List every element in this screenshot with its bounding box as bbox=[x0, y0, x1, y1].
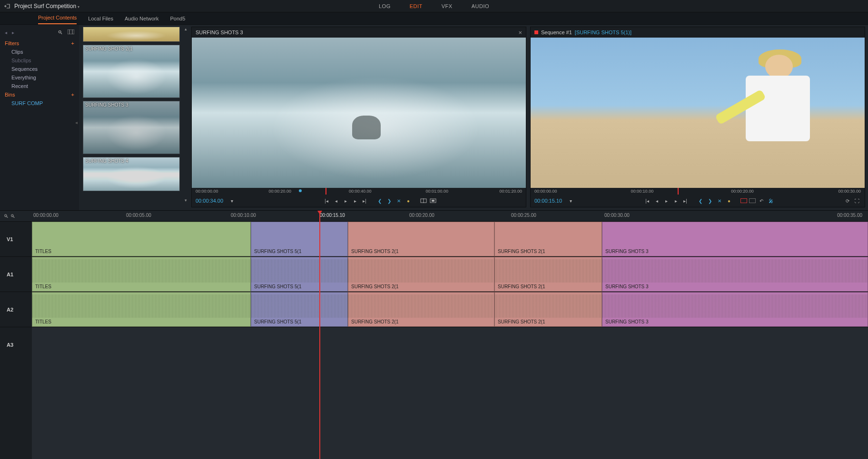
filter-everything[interactable]: Everything bbox=[0, 73, 79, 82]
tab-local-files[interactable]: Local Files bbox=[88, 16, 113, 24]
thumbnail-scrollbar[interactable]: ▴ ▾ bbox=[183, 27, 188, 203]
track-a2: TITLES SURFING SHOTS 5(1 SURFING SHOTS 2… bbox=[32, 292, 868, 327]
filter-recent[interactable]: Recent bbox=[0, 82, 79, 90]
mark-out-icon[interactable]: ❯ bbox=[706, 197, 714, 205]
track-a1: TITLES SURFING SHOTS 5(1 SURFING SHOTS 2… bbox=[32, 256, 868, 292]
clip[interactable]: SURFING SHOTS 3 bbox=[602, 222, 868, 256]
close-icon[interactable]: × bbox=[518, 29, 522, 36]
arrow-left-icon[interactable]: ◂ bbox=[5, 30, 7, 35]
bin-surf-comp[interactable]: SURF COMP bbox=[0, 99, 79, 107]
clip[interactable]: SURFING SHOTS 2(1 bbox=[494, 292, 602, 327]
goto-end-icon[interactable]: ▸| bbox=[361, 197, 368, 205]
tab-pond5[interactable]: Pond5 bbox=[170, 16, 185, 24]
audio-icon[interactable]: 🎤︎ bbox=[767, 197, 775, 205]
track-label-a2[interactable]: A2 bbox=[0, 292, 32, 327]
clip-thumbnail[interactable]: SURFING SHOTS 4 bbox=[83, 157, 180, 191]
source-viewer-canvas[interactable] bbox=[192, 38, 526, 188]
track-label-a1[interactable]: A1 bbox=[0, 256, 32, 292]
filter-subclips[interactable]: Subclips bbox=[0, 56, 79, 65]
play-icon[interactable]: ▸ bbox=[662, 197, 670, 205]
clip[interactable]: SURFING SHOTS 2(1 bbox=[494, 222, 602, 256]
tab-vfx[interactable]: VFX bbox=[442, 3, 453, 9]
mark-out-icon[interactable]: ❯ bbox=[385, 197, 393, 205]
tab-edit[interactable]: EDIT bbox=[410, 3, 423, 9]
timeline-ruler[interactable]: 🔍︎ 🔍︎ 00:00:00.00 00:00:05.00 00:00:10.0… bbox=[0, 211, 868, 221]
filter-sequences[interactable]: Sequences bbox=[0, 65, 79, 73]
source-timecode[interactable]: 00:00:34.00 bbox=[196, 198, 224, 204]
scroll-up-icon[interactable]: ▴ bbox=[185, 27, 187, 31]
zoom-out-icon[interactable]: 🔍︎ bbox=[4, 214, 9, 219]
tab-project-contents[interactable]: Project Contents bbox=[38, 15, 77, 24]
chevron-down-icon[interactable]: ▾ bbox=[228, 197, 236, 205]
loop-icon[interactable]: ⟳ bbox=[844, 197, 851, 205]
view-mode-icon[interactable] bbox=[68, 29, 74, 35]
clip[interactable]: SURFING SHOTS 2(1 bbox=[348, 222, 494, 256]
record-playhead-marker[interactable] bbox=[678, 188, 679, 195]
delete-icon[interactable] bbox=[740, 198, 747, 203]
track-label-a3[interactable]: A3 bbox=[0, 327, 32, 362]
clip[interactable]: TITLES bbox=[32, 292, 251, 327]
add-bin-icon[interactable]: + bbox=[71, 92, 74, 98]
clip-thumbnail[interactable] bbox=[83, 27, 180, 42]
goto-end-icon[interactable]: ▸| bbox=[681, 197, 689, 205]
clip[interactable]: SURFING SHOTS 3 bbox=[602, 292, 868, 327]
goto-start-icon[interactable]: |◂ bbox=[643, 197, 651, 205]
clip[interactable]: TITLES bbox=[32, 222, 251, 256]
sequence-name[interactable]: Sequence #1 bbox=[541, 29, 572, 35]
clip[interactable]: SURFING SHOTS 2(1 bbox=[494, 257, 602, 292]
play-icon[interactable]: ▸ bbox=[342, 197, 349, 205]
add-filter-icon[interactable]: + bbox=[71, 40, 74, 46]
import-icon[interactable] bbox=[4, 3, 10, 10]
filters-label: Filters bbox=[5, 40, 19, 46]
source-viewer-header: SURFING SHOTS 3 × bbox=[192, 27, 526, 38]
arrow-right-icon[interactable]: ▸ bbox=[12, 30, 14, 35]
search-icon[interactable]: 🔍︎ bbox=[58, 29, 63, 35]
clip[interactable]: SURFING SHOTS 3 bbox=[602, 257, 868, 292]
fullscreen-icon[interactable]: ⛶ bbox=[853, 197, 861, 205]
svg-rect-0 bbox=[68, 29, 74, 34]
overwrite-icon[interactable] bbox=[429, 197, 437, 205]
chevron-down-icon[interactable]: ▾ bbox=[567, 197, 574, 205]
add-marker-icon[interactable]: ● bbox=[725, 197, 733, 205]
waveform bbox=[32, 259, 250, 283]
ruler-tick: 00:00:00.00 bbox=[196, 189, 218, 194]
track-label-v1[interactable]: V1 bbox=[0, 221, 32, 256]
clip[interactable]: SURFING SHOTS 2(1 bbox=[348, 292, 494, 327]
clip-thumbnail[interactable]: SURFING SHOTS 2(1 bbox=[83, 45, 180, 98]
clip[interactable]: SURFING SHOTS 2(1 bbox=[348, 257, 494, 292]
project-title-dropdown[interactable]: Project Surf Competition▾ bbox=[14, 3, 79, 10]
lift-icon[interactable] bbox=[749, 198, 756, 203]
clear-marks-icon[interactable]: ✕ bbox=[716, 197, 723, 205]
source-playhead-marker[interactable] bbox=[326, 188, 326, 195]
source-viewer-ruler[interactable]: 00:00:00.00 00:00:20.00 00:00:40.00 00:0… bbox=[192, 188, 526, 195]
step-back-icon[interactable]: ◂ bbox=[653, 197, 661, 205]
step-forward-icon[interactable]: ▸ bbox=[672, 197, 680, 205]
goto-start-icon[interactable]: |◂ bbox=[323, 197, 330, 205]
timeline-playhead[interactable] bbox=[319, 211, 320, 459]
clip[interactable]: SURFING SHOTS 5(1 bbox=[251, 292, 348, 327]
filter-clips[interactable]: Clips bbox=[0, 48, 79, 56]
insert-icon[interactable] bbox=[420, 197, 427, 205]
tab-log[interactable]: LOG bbox=[379, 3, 391, 9]
scroll-down-icon[interactable]: ▾ bbox=[185, 198, 187, 203]
mark-in-icon[interactable]: ❮ bbox=[376, 197, 384, 205]
clip[interactable]: SURFING SHOTS 5(1 bbox=[251, 222, 348, 256]
step-forward-icon[interactable]: ▸ bbox=[351, 197, 359, 205]
zoom-in-icon[interactable]: 🔍︎ bbox=[10, 214, 15, 219]
tab-audio-network[interactable]: Audio Network bbox=[125, 16, 159, 24]
clip-thumbnail[interactable]: SURFING SHOTS 3 bbox=[83, 101, 180, 154]
track-labels: V1 A1 A2 A3 bbox=[0, 221, 32, 459]
undo-icon[interactable]: ↶ bbox=[758, 197, 765, 205]
add-marker-icon[interactable]: ● bbox=[404, 197, 412, 205]
timeline-tracks[interactable]: TITLES SURFING SHOTS 5(1 SURFING SHOTS 2… bbox=[32, 221, 868, 459]
record-viewer-ruler[interactable]: 00:00:00.00 00:00:10.00 00:00:20.00 00:0… bbox=[531, 188, 865, 195]
mark-in-icon[interactable]: ❮ bbox=[697, 197, 704, 205]
in-point-marker[interactable] bbox=[299, 189, 302, 192]
clip[interactable]: SURFING SHOTS 5(1 bbox=[251, 257, 348, 292]
clear-marks-icon[interactable]: ✕ bbox=[395, 197, 403, 205]
record-timecode[interactable]: 00:00:15.10 bbox=[534, 198, 563, 204]
clip[interactable]: TITLES bbox=[32, 257, 251, 292]
record-viewer-canvas[interactable] bbox=[531, 38, 865, 188]
tab-audio[interactable]: AUDIO bbox=[472, 3, 489, 9]
step-back-icon[interactable]: ◂ bbox=[332, 197, 340, 205]
